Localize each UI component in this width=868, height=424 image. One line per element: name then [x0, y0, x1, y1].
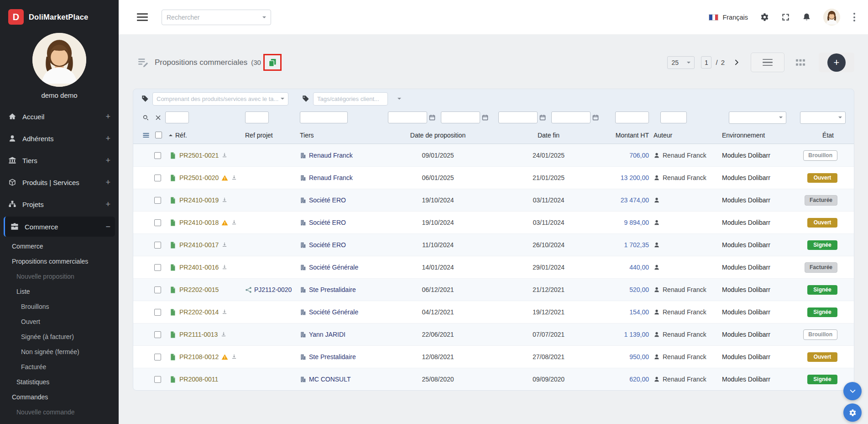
sidebar-subitem[interactable]: Propositions commerciales — [0, 254, 119, 269]
sidebar-subitem[interactable]: Liste — [0, 284, 119, 299]
thirdparty-link[interactable]: Renaud Franck — [309, 174, 353, 181]
download-icon[interactable] — [231, 175, 237, 181]
amount-link[interactable]: 23 474,00 — [621, 196, 649, 204]
expand-plus-icon[interactable]: + — [105, 178, 110, 187]
sidebar-subitem[interactable]: Signée (à facturer) — [0, 329, 119, 344]
sidebar-item-projets[interactable]: Projets + — [0, 193, 119, 215]
calendar-icon[interactable] — [429, 114, 435, 121]
download-icon[interactable] — [221, 242, 228, 248]
search-input[interactable] — [167, 14, 262, 21]
global-search[interactable] — [162, 10, 271, 25]
sidebar-subitem[interactable]: Statistiques — [0, 374, 119, 389]
amount-filter-input[interactable] — [615, 111, 649, 123]
sidebar-subitem[interactable]: Nouvelle commande — [0, 404, 119, 419]
date-prop-to-input[interactable] — [441, 111, 480, 123]
sidebar-item-produits-services[interactable]: Produits | Services + — [0, 171, 119, 193]
row-checkbox[interactable] — [154, 354, 161, 360]
search-icon[interactable] — [142, 114, 149, 121]
state-filter-select[interactable] — [800, 111, 846, 124]
download-icon[interactable] — [220, 331, 227, 338]
thirdparty-link[interactable]: Société Générale — [309, 308, 358, 316]
sidebar-subitem[interactable]: Liste — [0, 419, 119, 424]
expand-plus-icon[interactable]: + — [105, 112, 110, 122]
current-page-box[interactable]: 1 — [701, 56, 711, 69]
thirdparty-link[interactable]: MC CONSULT — [309, 376, 351, 383]
fields-selector-icon[interactable] — [142, 132, 150, 139]
sidebar-subitem[interactable]: Ouvert — [0, 314, 119, 329]
select-all-checkbox[interactable] — [155, 132, 162, 138]
product-tags-input[interactable] — [157, 95, 281, 102]
product-tags-filter[interactable] — [152, 92, 288, 106]
row-checkbox[interactable] — [154, 175, 161, 181]
amount-link[interactable]: 9 894,00 — [624, 219, 649, 226]
tiers-filter-input[interactable] — [300, 111, 348, 123]
column-header-amount[interactable]: Montant HT — [603, 132, 654, 139]
ref-filter-input[interactable] — [165, 111, 189, 123]
thirdparty-link[interactable]: Société ERO — [309, 196, 346, 204]
row-checkbox[interactable] — [154, 242, 161, 249]
row-checkbox[interactable] — [154, 286, 161, 293]
add-proposal-button[interactable]: + — [819, 53, 854, 72]
column-header-state[interactable]: État — [790, 132, 854, 139]
amount-link[interactable]: 13 200,00 — [621, 174, 649, 181]
download-icon[interactable] — [231, 354, 237, 360]
user-avatar[interactable] — [823, 9, 840, 26]
customer-tags-input[interactable] — [317, 95, 397, 102]
bell-icon[interactable] — [802, 13, 811, 21]
column-header-project[interactable]: Ref projet — [245, 132, 300, 139]
column-header-author[interactable]: Auteur — [654, 132, 722, 139]
sidebar-subitem[interactable]: Commandes — [0, 389, 119, 404]
calendar-icon[interactable] — [539, 114, 546, 121]
row-checkbox[interactable] — [154, 376, 161, 383]
thirdparty-link[interactable]: Ste Prestalidaire — [309, 353, 356, 360]
amount-link[interactable]: 1 139,00 — [624, 331, 649, 338]
proposal-ref-link[interactable]: PR2008-0011 — [179, 376, 218, 383]
fullscreen-icon[interactable] — [781, 13, 790, 21]
sidebar-subitem[interactable]: Commerce — [0, 238, 119, 254]
thirdparty-link[interactable]: Société ERO — [309, 241, 346, 249]
grid-view-icon[interactable] — [795, 58, 805, 67]
amount-link[interactable]: 520,00 — [629, 286, 649, 293]
row-checkbox[interactable] — [154, 309, 161, 316]
sidebar-subitem[interactable]: Facturée — [0, 359, 119, 374]
proposal-ref-link[interactable]: PR2202-0015 — [179, 286, 219, 293]
scroll-down-button[interactable] — [843, 382, 862, 400]
next-page-button[interactable] — [733, 58, 741, 66]
proposal-ref-link[interactable]: PR2401-0016 — [179, 264, 219, 271]
proposal-ref-link[interactable]: PR2410-0018 — [179, 219, 219, 226]
expand-plus-icon[interactable]: + — [105, 200, 110, 209]
proposal-ref-link[interactable]: PR2111-0013 — [179, 331, 218, 338]
sidebar-item-accueil[interactable]: Accueil + — [0, 106, 119, 127]
thirdparty-link[interactable]: Ste Prestalidaire — [309, 286, 356, 293]
row-checkbox[interactable] — [154, 264, 161, 271]
expand-plus-icon[interactable]: + — [105, 134, 110, 143]
amount-link[interactable]: 1 702,35 — [624, 241, 649, 249]
download-icon[interactable] — [221, 264, 228, 270]
logo[interactable]: D DoliMarketPlace — [0, 0, 119, 28]
download-icon[interactable] — [221, 309, 228, 315]
download-icon[interactable] — [231, 219, 237, 226]
project-ref-link[interactable]: PJ2112-0020 — [254, 286, 292, 293]
date-end-to-input[interactable] — [551, 111, 591, 123]
row-checkbox[interactable] — [154, 152, 161, 159]
column-header-tiers[interactable]: Tiers — [300, 132, 382, 139]
customer-tags-filter[interactable] — [313, 92, 388, 106]
calendar-icon[interactable] — [482, 114, 488, 121]
column-header-date-prop[interactable]: Date de proposition — [382, 132, 494, 139]
column-header-env[interactable]: Environnement — [722, 132, 790, 139]
date-end-from-input[interactable] — [498, 111, 538, 123]
sidebar-item-tiers[interactable]: Tiers + — [0, 149, 119, 171]
column-header-date-end[interactable]: Date fin — [494, 132, 603, 139]
expand-plus-icon[interactable]: + — [105, 156, 110, 165]
clear-filters-icon[interactable] — [155, 114, 162, 121]
download-icon[interactable] — [221, 197, 228, 203]
thirdparty-link[interactable]: Société ERO — [309, 219, 346, 226]
sidebar-subitem[interactable]: Brouillons — [0, 299, 119, 314]
environment-filter-select[interactable] — [729, 111, 786, 124]
amount-link[interactable]: 950,00 — [629, 353, 649, 360]
collapse-minus-icon[interactable]: − — [105, 222, 110, 232]
language-selector[interactable]: Français — [709, 14, 748, 21]
download-icon[interactable] — [221, 152, 228, 159]
amount-link[interactable]: 620,00 — [629, 376, 649, 383]
proposal-ref-link[interactable]: PR2410-0019 — [179, 196, 219, 204]
